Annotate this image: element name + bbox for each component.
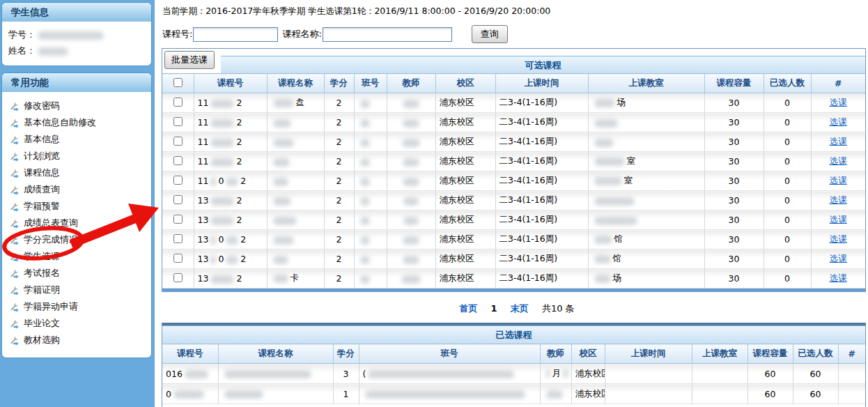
enrolled-cell: 0 — [764, 249, 811, 269]
enroll-link[interactable]: 选课 — [830, 233, 847, 244]
time-cell: 二3-4(1-16周) — [495, 191, 588, 210]
row-checkbox[interactable] — [173, 176, 183, 185]
enroll-link[interactable]: 选课 — [830, 253, 847, 263]
course-no-cell: 1102 — [194, 171, 267, 191]
course-name-cell — [267, 113, 324, 132]
column-header: 班号 — [359, 344, 540, 364]
redacted-text — [273, 256, 288, 264]
credit-cell: 1 — [333, 384, 359, 404]
redacted-text — [210, 197, 234, 206]
sidebar-item-9[interactable]: 学分完成情况 — [2, 231, 151, 248]
sidebar-item-8[interactable]: 成绩总表查询 — [2, 215, 151, 231]
table-row: 132卡2浦东校区二3-4(1-16周)场300选课 — [162, 269, 865, 289]
action-cell — [838, 384, 865, 404]
sidebar-item-13[interactable]: 学籍异动申请 — [2, 298, 151, 315]
capacity-cell: 30 — [704, 93, 764, 113]
sidebar-item-15[interactable]: 教材选购 — [2, 332, 151, 348]
sidebar-item-12[interactable]: 学籍证明 — [2, 282, 151, 298]
table-row: 13022浦东校区二3-4(1-16周)馆300选课 — [162, 249, 865, 269]
time-cell: 二3-4(1-16周) — [495, 210, 588, 230]
wrench-icon — [9, 302, 20, 312]
course-no-cell: 132 — [194, 210, 267, 230]
course-no-cell: 1302 — [194, 249, 267, 269]
campus-cell: 浦东校区 — [435, 93, 495, 113]
course-name-label: 课程名称: — [282, 28, 321, 40]
column-header: 教师 — [540, 344, 571, 364]
table-row: 11022浦东校区二3-4(1-16周)室300选课 — [162, 171, 865, 191]
sidebar-item-label: 学籍预警 — [24, 200, 60, 213]
sidebar-item-11[interactable]: 考试报名 — [2, 265, 151, 282]
select-all-checkbox[interactable] — [173, 78, 183, 87]
column-header: 课程容量 — [704, 74, 764, 93]
enrolled-cell: 0 — [764, 171, 811, 191]
room-cell — [588, 113, 704, 132]
time-cell — [605, 364, 692, 384]
redacted-text — [403, 217, 419, 225]
teacher-cell — [387, 210, 435, 230]
sidebar-item-2[interactable]: 基本信息自助修改 — [2, 114, 151, 131]
row-checkbox[interactable] — [173, 137, 183, 146]
query-button[interactable]: 查询 — [472, 25, 508, 43]
main-content: 当前学期 : 2016-2017学年秋季学期 学生选课第1轮 : 2016/9/… — [155, 0, 868, 407]
redacted-text — [210, 139, 234, 147]
row-checkbox[interactable] — [173, 215, 183, 224]
sidebar-menu: 修改密码基本信息自助修改基本信息计划浏览课程信息成绩查询学籍预警成绩总表查询学分… — [2, 92, 151, 358]
available-table-body: 112盘2浦东校区二3-4(1-16周)场300选课1122浦东校区二3-4(1… — [162, 93, 865, 289]
row-checkbox[interactable] — [173, 117, 183, 126]
course-name-cell: 卡 — [267, 269, 324, 289]
row-checkbox[interactable] — [173, 98, 183, 107]
time-cell: 二3-4(1-16周) — [495, 93, 588, 113]
available-courses-section: 批量选课 可选课程 课程号课程名称学分班号教师校区上课时间上课教室课程容量已选人… — [162, 48, 866, 292]
enroll-link[interactable]: 选课 — [830, 194, 847, 205]
sidebar-item-14[interactable]: 毕业论文 — [2, 315, 151, 332]
row-checkbox[interactable] — [173, 234, 183, 243]
redacted-text — [273, 178, 288, 186]
class-no-cell — [354, 113, 387, 132]
teacher-cell — [540, 384, 571, 404]
class-no-cell: ( — [359, 364, 540, 384]
enroll-link[interactable]: 选课 — [830, 175, 847, 185]
room-cell — [588, 132, 704, 152]
sidebar-item-3[interactable]: 基本信息 — [2, 131, 151, 148]
available-table-head: 课程号课程名称学分班号教师校区上课时间上课教室课程容量已选人数# — [162, 74, 865, 93]
course-no-cell: 112 — [194, 93, 267, 113]
enroll-link[interactable]: 选课 — [830, 272, 847, 283]
redacted-text — [210, 119, 234, 128]
course-name-cell: 盘 — [267, 93, 324, 113]
sidebar-item-4[interactable]: 计划浏览 — [2, 148, 151, 164]
enrolled-cell: 60 — [793, 384, 838, 404]
course-name-cell — [267, 230, 324, 249]
course-no-input[interactable] — [193, 27, 278, 42]
row-checkbox[interactable] — [173, 195, 183, 204]
sidebar-item-label: 教材选购 — [24, 334, 60, 346]
course-name-cell — [267, 249, 324, 269]
enroll-link[interactable]: 选课 — [830, 116, 847, 127]
column-header: 上课教室 — [692, 344, 747, 364]
redacted-text — [273, 119, 291, 128]
sidebar-item-10[interactable]: 学生选课 — [2, 248, 151, 265]
first-page-link[interactable]: 首页 — [459, 303, 477, 314]
available-table: 课程号课程名称学分班号教师校区上课时间上课教室课程容量已选人数# 112盘2浦东… — [162, 73, 865, 289]
redacted-text — [273, 197, 291, 206]
enroll-link[interactable]: 选课 — [830, 155, 847, 166]
class-no-cell — [354, 132, 387, 152]
wrench-icon — [9, 135, 20, 145]
row-checkbox[interactable] — [173, 254, 183, 263]
capacity-cell: 30 — [704, 249, 764, 269]
enroll-link[interactable]: 选课 — [830, 136, 847, 146]
enroll-link[interactable]: 选课 — [830, 214, 847, 224]
sidebar-item-5[interactable]: 课程信息 — [2, 164, 151, 181]
row-checkbox[interactable] — [173, 273, 183, 282]
enroll-link[interactable]: 选课 — [830, 97, 847, 107]
batch-select-button[interactable]: 批量选课 — [164, 51, 215, 69]
row-checkbox[interactable] — [173, 156, 183, 165]
redacted-text — [210, 236, 216, 245]
select-cell — [162, 171, 194, 191]
last-page-link[interactable]: 末页 — [511, 303, 529, 314]
course-name-input[interactable] — [323, 27, 452, 42]
sidebar-item-1[interactable]: 修改密码 — [2, 98, 151, 114]
sidebar-item-7[interactable]: 学籍预警 — [2, 198, 151, 215]
class-no-cell — [354, 152, 387, 171]
enrolled-cell: 0 — [764, 113, 811, 132]
sidebar-item-6[interactable]: 成绩查询 — [2, 181, 151, 198]
